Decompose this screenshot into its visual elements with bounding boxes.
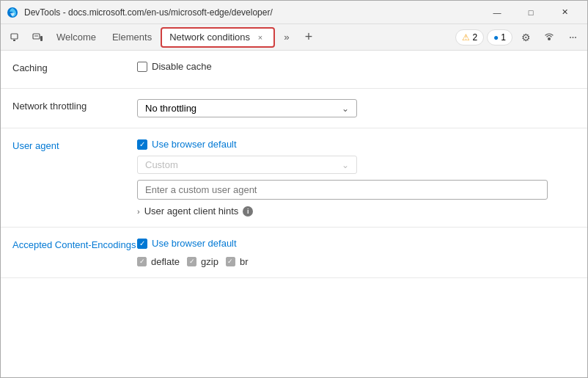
caching-control: Disable cache (137, 61, 576, 72)
dropdown-arrow-icon: ⌄ (342, 103, 349, 114)
tab-elements-label: Elements (112, 32, 152, 43)
accepted-encodings-label: Accepted Content-Encodings (12, 238, 137, 250)
warnings-button[interactable]: ⚠ 2 (455, 29, 484, 46)
user-agent-hints-row[interactable]: › User agent client hints i (137, 206, 576, 217)
user-agent-row: User agent Use browser default Custom ⌄ … (1, 128, 587, 228)
inspect-icon (32, 32, 43, 43)
svg-point-6 (548, 37, 551, 40)
toolbar-buttons: ⚠ 2 ● 1 ⚙ ··· (455, 27, 583, 48)
minimize-button[interactable]: — (480, 1, 514, 24)
tab-welcome-label: Welcome (56, 32, 96, 43)
encodings-browser-default-checkbox[interactable] (137, 239, 147, 249)
window-title: DevTools - docs.microsoft.com/en-us/micr… (24, 7, 480, 18)
gzip-checkbox[interactable] (187, 257, 196, 266)
title-bar: DevTools - docs.microsoft.com/en-us/micr… (1, 1, 587, 24)
accepted-encodings-control: Use browser default deflate gzip br (137, 238, 576, 267)
info-button[interactable]: ● 1 (487, 29, 512, 46)
custom-ua-placeholder: Custom (145, 159, 178, 170)
window-controls: — □ ✕ (480, 1, 581, 24)
tab-bar: Welcome Elements Network conditions × » … (1, 24, 587, 51)
gzip-label: gzip (201, 256, 218, 267)
use-browser-default-checkbox[interactable] (137, 139, 147, 150)
browser-icon (7, 7, 18, 18)
br-label: br (240, 256, 249, 267)
settings-button[interactable]: ⚙ (515, 27, 536, 48)
throttling-selected: No throttling (145, 103, 196, 114)
caching-label: Caching (12, 61, 137, 73)
user-agent-control: Use browser default Custom ⌄ › User agen… (137, 139, 576, 217)
hints-label: User agent client hints (144, 206, 239, 217)
throttling-dropdown[interactable]: No throttling ⌄ (137, 99, 357, 117)
encodings-browser-default-row[interactable]: Use browser default (137, 238, 576, 249)
svg-rect-2 (13, 40, 15, 41)
content-area: Caching Disable cache Network throttling… (1, 51, 587, 278)
disable-cache-label: Disable cache (152, 61, 212, 72)
custom-ua-input[interactable] (137, 180, 548, 200)
network-throttling-row: Network throttling No throttling ⌄ (1, 89, 587, 128)
tab-close-icon[interactable]: × (254, 32, 266, 43)
info-count: 1 (501, 32, 506, 43)
encoding-options: deflate gzip br (137, 256, 576, 267)
device-icon (10, 32, 21, 43)
tab-network-conditions[interactable]: Network conditions × (161, 27, 275, 48)
network-throttling-label: Network throttling (12, 99, 137, 112)
broadcast-button[interactable] (539, 27, 559, 48)
disable-cache-row[interactable]: Disable cache (137, 61, 576, 72)
tab-network-conditions-label: Network conditions (169, 32, 250, 43)
hints-info-icon[interactable]: i (243, 206, 253, 217)
user-agent-label: User agent (12, 139, 137, 151)
network-throttling-control: No throttling ⌄ (137, 99, 576, 117)
close-button[interactable]: ✕ (548, 1, 581, 24)
use-browser-default-row[interactable]: Use browser default (137, 139, 576, 150)
more-tabs-button[interactable]: » (276, 27, 297, 48)
inspect-button[interactable] (27, 27, 48, 48)
custom-dropdown-arrow-icon: ⌄ (342, 160, 349, 170)
tab-welcome[interactable]: Welcome (49, 27, 103, 48)
deflate-label: deflate (151, 256, 180, 267)
expand-icon: › (137, 207, 140, 216)
deflate-checkbox[interactable] (137, 257, 147, 266)
br-row[interactable]: br (226, 256, 249, 267)
custom-ua-dropdown[interactable]: Custom ⌄ (137, 156, 357, 174)
svg-rect-5 (40, 36, 43, 41)
deflate-row[interactable]: deflate (137, 256, 180, 267)
encodings-browser-default-label: Use browser default (152, 238, 237, 249)
warning-count: 2 (472, 32, 477, 43)
accepted-encodings-row: Accepted Content-Encodings Use browser d… (1, 228, 587, 278)
tab-elements[interactable]: Elements (105, 27, 159, 48)
caching-row: Caching Disable cache (1, 51, 587, 89)
use-browser-default-label: Use browser default (152, 139, 237, 150)
add-tab-button[interactable]: + (298, 27, 319, 48)
back-panel-button[interactable] (5, 27, 26, 48)
svg-rect-1 (11, 34, 18, 39)
br-checkbox[interactable] (226, 257, 235, 266)
more-options-button[interactable]: ··· (562, 27, 583, 48)
disable-cache-checkbox[interactable] (137, 62, 147, 72)
broadcast-icon (544, 32, 554, 43)
info-circle-icon: ● (493, 32, 499, 43)
maximize-button[interactable]: □ (514, 1, 548, 24)
gzip-row[interactable]: gzip (187, 256, 218, 267)
warning-icon: ⚠ (462, 32, 470, 43)
